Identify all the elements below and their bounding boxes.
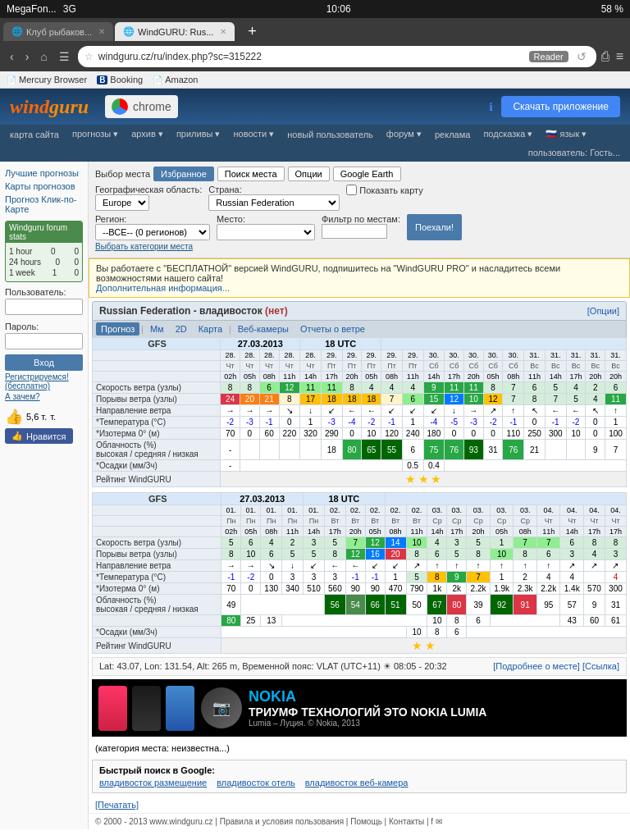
nav-forum[interactable]: форум ▾ bbox=[380, 125, 428, 144]
star2-2: ★ bbox=[425, 639, 436, 652]
new-tab-button[interactable]: + bbox=[241, 21, 263, 42]
star-1: ★ bbox=[405, 472, 416, 486]
tab-2-icon: 🌐 bbox=[123, 26, 135, 37]
register-link[interactable]: Регистрируемся! (бесплатно) bbox=[5, 372, 83, 390]
login-button[interactable]: Вход bbox=[5, 354, 83, 371]
tab-2-close[interactable]: ✕ bbox=[220, 27, 226, 36]
tab-favorites[interactable]: Избранное bbox=[153, 167, 214, 181]
location-links[interactable]: [Подробнее о месте] [Ссылка] bbox=[493, 661, 619, 672]
tab-search[interactable]: Поиск места bbox=[217, 167, 285, 181]
tab-google-earth[interactable]: Google Earth bbox=[333, 167, 401, 181]
sidebar-best-forecasts[interactable]: Лучшие прогнозы bbox=[5, 167, 83, 180]
selection-tabs-row: Выбор места Избранное Поиск места Опции … bbox=[95, 167, 623, 181]
model-row-1: GFS 27.03.2013 18 UTC bbox=[93, 338, 627, 350]
ftab-webcams[interactable]: Веб-камеры bbox=[233, 322, 294, 336]
cloud-label-2: Облачность (%)высокая / средняя / низкая bbox=[93, 595, 221, 615]
stats-24h-v1: 0 bbox=[55, 258, 60, 267]
nav-archive[interactable]: архив ▾ bbox=[125, 125, 170, 144]
filter-input[interactable] bbox=[322, 224, 387, 239]
tab-1-icon: 🌐 bbox=[11, 26, 23, 37]
network-type: 3G bbox=[63, 3, 76, 15]
country-select[interactable]: Russian Federation bbox=[208, 194, 340, 211]
geo-area-select[interactable]: Europe bbox=[95, 194, 149, 211]
ftab-forecast[interactable]: Прогноз bbox=[96, 322, 139, 336]
bookmark-mercury[interactable]: 📄 Mercury Browser bbox=[7, 75, 87, 84]
nav-hint[interactable]: подсказка ▾ bbox=[477, 125, 539, 144]
print-link[interactable]: [Печатать] bbox=[95, 800, 139, 810]
tab-1-label: Клуб рыбаков... bbox=[26, 27, 92, 37]
sidebar-click-map[interactable]: Прогноз Клик-по-Карте bbox=[5, 193, 83, 216]
nav-news[interactable]: новости ▾ bbox=[226, 125, 281, 144]
cloud-row-1: Облачность (%)высокая / средняя / низкая… bbox=[93, 440, 627, 460]
nokia-ad[interactable]: 📷 NOKIA ТРИУМФ ТЕХНОЛОГИЙ ЭТО NOKIA LUMI… bbox=[92, 679, 627, 737]
reader-button[interactable]: Reader bbox=[529, 51, 568, 62]
qs-link-1[interactable]: владивосток размещение bbox=[99, 778, 207, 788]
qs-link-2[interactable]: владивосток отель bbox=[217, 778, 295, 788]
neg-link[interactable]: (нет) bbox=[265, 305, 288, 317]
why-link[interactable]: А зачем? bbox=[5, 392, 83, 401]
nav-newuser[interactable]: новый пользователь bbox=[281, 125, 380, 144]
promo-link[interactable]: Дополнительная информация... bbox=[96, 283, 623, 293]
section-title-1: Russian Federation - владивосток (нет) bbox=[99, 305, 288, 317]
star2-1: ★ bbox=[412, 639, 422, 652]
home-button[interactable]: ⌂ bbox=[37, 48, 50, 65]
rating-label-1: Рейтинг WindGURU bbox=[93, 472, 221, 487]
time-row-2: 02h05h08h 11h14h17h 20h05h08h 11h14h17h … bbox=[93, 527, 627, 537]
qs-link-3[interactable]: владивосток веб-камера bbox=[305, 778, 409, 788]
place-select[interactable] bbox=[217, 224, 315, 240]
nav-ads[interactable]: реклама bbox=[428, 125, 477, 144]
tab-2[interactable]: 🌐 WindGURU: Rus... ✕ bbox=[115, 22, 235, 41]
nav-lang[interactable]: 🇷🇺 язык ▾ bbox=[539, 125, 593, 144]
temp-row-2: *Температура (°C) -1 -2 0 3 3 3 -1 -1 1 … bbox=[93, 572, 627, 583]
location-text: Lat: 43.07, Lon: 131.54, Alt: 265 m, Вре… bbox=[99, 661, 447, 672]
username-input[interactable] bbox=[5, 299, 83, 315]
back-button[interactable]: ‹ bbox=[7, 48, 17, 65]
amazon-label: Amazon bbox=[165, 75, 198, 84]
category-link[interactable]: Выбрать категории места bbox=[95, 242, 623, 251]
show-map-checkbox[interactable] bbox=[346, 185, 357, 195]
ftab-windreports[interactable]: Отчеты о ветре bbox=[295, 322, 370, 336]
options-link[interactable]: [Опции] bbox=[587, 306, 619, 316]
download-app-button[interactable]: Скачать приложение bbox=[501, 96, 620, 117]
ftab-2d[interactable]: 2D bbox=[171, 322, 192, 336]
ad-sub-text: Lumia – Луция. © Nokia, 2013 bbox=[249, 719, 486, 728]
wind-speed-row-1: Скорость ветра (узлы) 8 8 6 12 11 11 8 4… bbox=[93, 382, 627, 394]
category-section: (категория места: неизвестна...) bbox=[89, 740, 630, 756]
bookmark-amazon[interactable]: 📄 Amazon bbox=[153, 75, 198, 84]
rain-label-2: *Осадки (мм/3ч) bbox=[93, 627, 221, 638]
quick-search: Быстрый поиск в Google: владивосток разм… bbox=[92, 760, 627, 793]
menu-icon[interactable]: ≡ bbox=[616, 49, 623, 64]
region-select[interactable]: --ВСЕ-- (0 регионов) bbox=[95, 224, 210, 240]
temp-row-1: *Температура (°C) -2 -3 -1 0 1 -3 -4 -2 … bbox=[93, 417, 627, 428]
tab-1[interactable]: 🌐 Клуб рыбаков... ✕ bbox=[3, 22, 113, 41]
share-icon[interactable]: ⎙ bbox=[601, 49, 609, 64]
tab-options[interactable]: Опции bbox=[288, 167, 330, 181]
cloud-row-2: Облачность (%)высокая / средняя / низкая… bbox=[93, 595, 627, 615]
nav-tides[interactable]: приливы ▾ bbox=[170, 125, 227, 144]
nav-forecast[interactable]: прогнозы ▾ bbox=[66, 125, 125, 144]
url-display[interactable]: windguru.cz/ru/index.php?sc=315222 bbox=[98, 51, 524, 62]
fb-like-label: Нравится bbox=[26, 431, 66, 441]
url-bar: ☆ windguru.cz/ru/index.php?sc=315222 Rea… bbox=[78, 46, 596, 67]
info-icon[interactable]: ℹ bbox=[489, 101, 493, 113]
reload-button[interactable]: ↺ bbox=[573, 48, 590, 65]
password-input[interactable] bbox=[5, 333, 83, 349]
carrier-text: MegaFon... bbox=[7, 3, 57, 15]
nav-sitemap[interactable]: карта сайта bbox=[3, 125, 66, 144]
stats-1h-label: 1 hour bbox=[9, 247, 32, 256]
bookmark-booking[interactable]: B Booking bbox=[97, 75, 143, 84]
sidebar-forecast-maps[interactable]: Карты прогнозов bbox=[5, 180, 83, 193]
nav-bar: ‹ › ⌂ ☰ ☆ windguru.cz/ru/index.php?sc=31… bbox=[0, 42, 630, 71]
forward-button[interactable]: › bbox=[22, 48, 33, 65]
fb-section: 👍 5,6 т. т. 👍 Нравится bbox=[5, 408, 83, 444]
ws-label-2: Скорость ветра (узлы) bbox=[93, 537, 221, 549]
fb-like-button[interactable]: 👍 Нравится bbox=[5, 428, 73, 444]
bookmarks-button[interactable]: ☰ bbox=[56, 48, 73, 65]
ftab-mm[interactable]: Мм bbox=[145, 322, 169, 336]
stats-row-1week: 1 week 1 0 bbox=[9, 267, 79, 278]
show-map-label[interactable]: Показать карту bbox=[346, 185, 423, 195]
tab-1-close[interactable]: ✕ bbox=[98, 27, 105, 36]
ftab-map[interactable]: Карта bbox=[194, 322, 227, 336]
go-button[interactable]: Поехали! bbox=[407, 214, 462, 240]
browser-chrome: 🌐 Клуб рыбаков... ✕ 🌐 WindGURU: Rus... ✕… bbox=[0, 18, 630, 71]
